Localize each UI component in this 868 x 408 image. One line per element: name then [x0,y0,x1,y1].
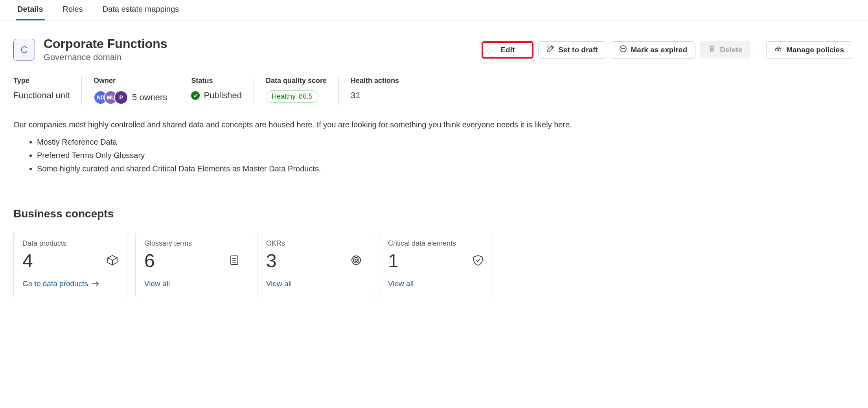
description-text: Our companies most highly controlled and… [13,119,574,130]
set-to-draft-label: Set to draft [558,46,598,54]
card-data-products[interactable]: Data products 4 Go to data products [13,232,127,297]
trash-icon [708,45,716,55]
card-glossary-terms[interactable]: Glossary terms 6 View all [135,232,249,297]
prop-type-value: Functional unit [13,90,70,101]
prop-status: Status Published [179,77,254,105]
description: Our companies most highly controlled and… [0,105,590,175]
description-bullet: Preferred Terms Only Glossary [37,149,574,161]
card-count: 6 [144,250,155,272]
check-circle-icon [191,91,200,100]
prop-status-value: Published [191,90,242,101]
prop-dq-label: Data quality score [266,77,327,85]
shield-check-icon [472,254,484,267]
description-list: Mostly Reference Data Preferred Terms On… [13,136,574,175]
delete-label: Delete [720,46,742,54]
header-region: C Corporate Functions Governance domain … [0,20,868,62]
prop-health-value: 31 [351,90,399,101]
owner-count: 5 owners [132,92,167,103]
prop-data-quality: Data quality score Healthy86.5 [254,77,338,105]
svg-point-2 [776,48,778,51]
prop-dq-value: Healthy86.5 [266,90,327,103]
manage-policies-label: Manage policies [786,46,844,54]
section-business-concepts: Business concepts [0,176,868,220]
prop-owner: Owner ND MU P 5 owners [81,77,179,105]
edit-button[interactable]: Edit [482,41,533,59]
tab-details[interactable]: Details [16,5,45,20]
prop-owner-label: Owner [94,77,167,85]
status-text: Published [204,90,242,101]
manage-policies-button[interactable]: Manage policies [766,41,852,59]
description-bullet: Some highly curated and shared Critical … [37,163,574,175]
mark-as-expired-label: Mark as expired [631,46,688,54]
health-pill-score: 86.5 [299,92,313,100]
health-pill: Healthy86.5 [266,90,318,103]
card-row: Data products 4 Go to data products Glos… [0,220,868,297]
health-pill-text: Healthy [272,92,296,100]
prop-health-label: Health actions [351,77,399,85]
go-to-data-products-link[interactable]: Go to data products [22,279,118,288]
domain-avatar: C [13,39,35,61]
card-count: 3 [266,250,277,272]
svg-point-9 [353,257,359,263]
prop-health-actions: Health actions 31 [338,77,411,105]
card-label: Glossary terms [144,239,240,248]
set-to-draft-button[interactable]: Set to draft [538,41,606,59]
card-link-text: Go to data products [22,279,88,288]
card-label: Critical data elements [388,239,484,248]
card-okrs[interactable]: OKRs 3 View all [257,232,371,297]
page-title: Corporate Functions [44,37,167,51]
view-all-okrs-link[interactable]: View all [266,279,362,288]
prop-owner-value: ND MU P 5 owners [94,90,167,105]
card-count: 4 [22,250,33,272]
svg-point-10 [355,259,357,261]
delete-button: Delete [700,41,750,59]
svg-point-3 [778,48,781,51]
card-critical-data-elements[interactable]: Critical data elements 1 View all [379,232,493,297]
card-label: Data products [22,239,118,248]
properties-row: Type Functional unit Owner ND MU P 5 own… [0,62,868,105]
card-count: 1 [388,250,399,272]
tab-data-estate-mappings[interactable]: Data estate mappings [101,5,181,20]
document-lines-icon [228,254,240,267]
tab-bar: Details Roles Data estate mappings [0,0,868,20]
action-divider [758,43,758,57]
card-label: OKRs [266,239,362,248]
arrow-right-icon [92,281,99,287]
target-icon [350,254,362,267]
expired-icon [619,45,627,55]
tab-roles[interactable]: Roles [61,5,85,20]
policies-icon [774,45,782,55]
owner-avatar: P [114,90,128,105]
action-bar: Edit Set to draft Mark as expired Delete… [482,41,852,59]
mark-as-expired-button[interactable]: Mark as expired [611,41,696,59]
page-subtitle: Governance domain [44,52,167,62]
view-all-cde-link[interactable]: View all [388,279,484,288]
description-bullet: Mostly Reference Data [37,136,574,148]
pencil-draft-icon [546,45,554,55]
prop-type: Type Functional unit [13,77,81,105]
view-all-glossary-link[interactable]: View all [144,279,240,288]
prop-status-label: Status [191,77,242,85]
owner-avatar-stack[interactable]: ND MU P [94,90,128,105]
title-block: Corporate Functions Governance domain [44,37,167,62]
cube-icon [107,254,118,267]
prop-type-label: Type [13,77,70,85]
